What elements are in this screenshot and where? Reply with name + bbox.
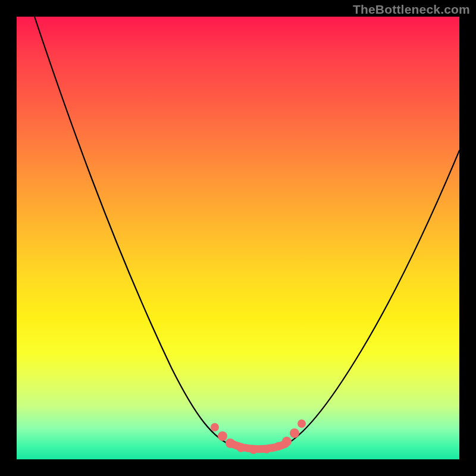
plot-area [17, 17, 459, 459]
valley-marker [282, 437, 292, 446]
watermark-text: TheBottleneck.com [353, 2, 470, 17]
valley-marker [218, 431, 227, 441]
valley-marker [226, 439, 235, 448]
valley-marker [249, 446, 258, 454]
curve-right-branch [283, 151, 459, 446]
chart-frame: TheBottleneck.com [0, 0, 476, 476]
valley-marker [237, 444, 245, 452]
valley-marker [298, 419, 306, 428]
valley-marker [211, 423, 219, 431]
curve-left-branch [35, 17, 234, 446]
curve-layer [17, 17, 459, 459]
valley-marker [290, 428, 299, 438]
valley-marker [262, 445, 271, 453]
valley-marker [274, 442, 283, 450]
